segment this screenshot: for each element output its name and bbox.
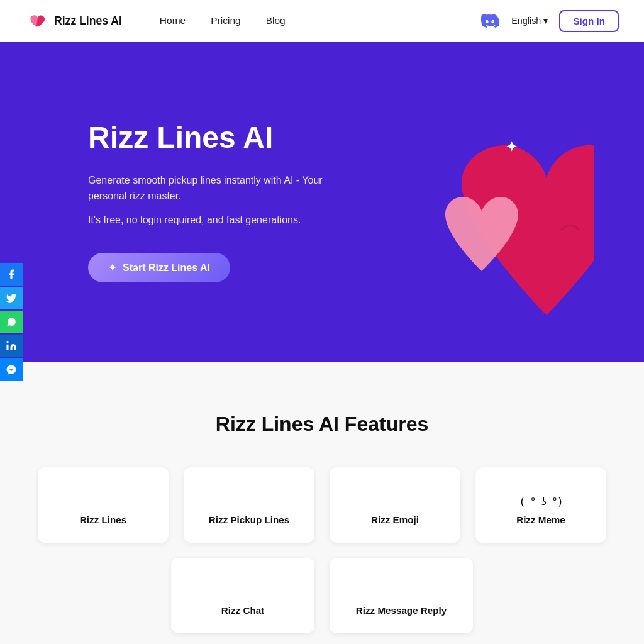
- sparkle-icon: ✦: [108, 262, 116, 274]
- nav-links: Home Pricing Blog: [160, 15, 286, 26]
- nav-pricing[interactable]: Pricing: [211, 15, 240, 26]
- feature-card-meme[interactable]: ( ° ʖ °) Rizz Meme: [475, 467, 606, 543]
- pickup-lines-label: Rizz Pickup Lines: [209, 514, 289, 525]
- chevron-down-icon: ▾: [543, 16, 548, 26]
- linkedin-share-btn[interactable]: [0, 335, 23, 357]
- cta-button[interactable]: ✦ Start Rizz Lines AI: [88, 253, 230, 282]
- features-grid-row1: Rizz Lines Rizz Pickup Lines Rizz Emoji …: [38, 467, 606, 543]
- feature-card-pickup-lines[interactable]: Rizz Pickup Lines: [184, 467, 314, 543]
- features-grid-row2: Rizz Chat Rizz Message Reply: [171, 558, 473, 633]
- features-section: Rizz Lines AI Features Rizz Lines Rizz P…: [0, 362, 644, 644]
- hero-content: Rizz Lines AI Generate smooth pickup lin…: [88, 121, 352, 283]
- whatsapp-share-btn[interactable]: [0, 311, 23, 333]
- meme-label: Rizz Meme: [516, 514, 565, 525]
- logo-link[interactable]: Rizz Lines AI: [25, 9, 122, 32]
- cta-label: Start Rizz Lines AI: [123, 262, 210, 274]
- rizz-lines-label: Rizz Lines: [80, 514, 126, 525]
- svg-text:✦: ✦: [506, 139, 517, 155]
- navbar: Rizz Lines AI Home Pricing Blog English …: [0, 0, 644, 42]
- svg-point-0: [7, 341, 9, 343]
- feature-card-message-reply[interactable]: Rizz Message Reply: [330, 558, 473, 633]
- feature-card-emoji[interactable]: Rizz Emoji: [330, 467, 460, 543]
- logo-text: Rizz Lines AI: [54, 14, 122, 28]
- twitter-share-btn[interactable]: [0, 287, 23, 309]
- social-sidebar: [0, 263, 23, 381]
- lang-text: English: [511, 16, 541, 26]
- hero-illustration: ✦: [355, 82, 594, 321]
- meme-icon: ( ° ʖ °): [519, 497, 562, 507]
- chat-label: Rizz Chat: [221, 605, 264, 616]
- hero-title: Rizz Lines AI: [88, 121, 352, 155]
- facebook-share-btn[interactable]: [0, 263, 23, 286]
- discord-icon[interactable]: [480, 11, 500, 31]
- sign-in-button[interactable]: Sign In: [559, 10, 619, 32]
- nav-blog[interactable]: Blog: [266, 15, 286, 26]
- language-selector[interactable]: English ▾: [511, 16, 548, 26]
- nav-home[interactable]: Home: [160, 15, 186, 26]
- feature-card-rizz-lines[interactable]: Rizz Lines: [38, 467, 169, 543]
- emoji-label: Rizz Emoji: [371, 514, 419, 525]
- features-title: Rizz Lines AI Features: [38, 413, 606, 436]
- hero-desc2: It's free, no login required, and fast g…: [88, 212, 352, 228]
- hero-desc1: Generate smooth pickup lines instantly w…: [88, 172, 352, 204]
- nav-right: English ▾ Sign In: [480, 10, 619, 32]
- logo-icon: [25, 9, 48, 32]
- messenger-share-btn[interactable]: [0, 358, 23, 381]
- hero-section: Rizz Lines AI Generate smooth pickup lin…: [0, 42, 644, 362]
- message-reply-label: Rizz Message Reply: [356, 605, 447, 616]
- feature-card-chat[interactable]: Rizz Chat: [171, 558, 314, 633]
